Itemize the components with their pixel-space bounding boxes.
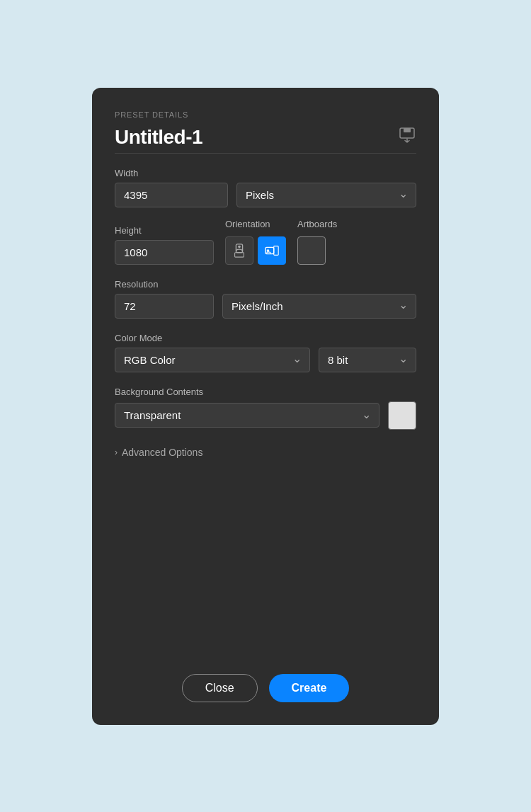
bg-contents-row: Background Contents Transparent White Ba… xyxy=(115,387,416,430)
artboards-col: Artboards xyxy=(297,219,337,265)
title-divider xyxy=(115,153,416,154)
color-mode-label: Color Mode xyxy=(115,333,416,343)
svg-rect-1 xyxy=(404,128,411,132)
save-preset-icon[interactable] xyxy=(398,127,416,147)
orientation-label: Orientation xyxy=(225,219,286,229)
color-mode-row: Color Mode RGB Color CMYK Color Grayscal… xyxy=(115,333,416,372)
resolution-input-wrap xyxy=(115,294,214,319)
advanced-chevron-icon: › xyxy=(115,447,118,457)
section-label: PRESET DETAILS xyxy=(115,110,416,119)
advanced-options-toggle[interactable]: › Advanced Options xyxy=(115,447,416,458)
bg-contents-inputs: Transparent White Background Color Custo… xyxy=(115,401,416,430)
svg-point-6 xyxy=(267,249,270,252)
create-button[interactable]: Create xyxy=(269,674,350,702)
bit-depth-wrapper: 8 bit 16 bit 32 bit xyxy=(319,348,416,372)
bg-contents-label: Background Contents xyxy=(115,387,416,397)
resolution-input[interactable] xyxy=(115,294,214,319)
width-row: Width Pixels Inches Centimeters Millimet… xyxy=(115,168,416,207)
height-col: Height xyxy=(115,225,214,265)
height-orientation-row: Height Orientation xyxy=(115,219,416,265)
resolution-inputs: Pixels/Inch Pixels/Centimeter xyxy=(115,294,416,319)
svg-rect-4 xyxy=(235,252,244,256)
color-mode-wrapper: RGB Color CMYK Color Grayscale Lab Color… xyxy=(115,348,310,372)
landscape-button[interactable] xyxy=(258,236,286,265)
width-input[interactable] xyxy=(115,183,228,207)
resolution-unit-wrapper: Pixels/Inch Pixels/Centimeter xyxy=(222,294,416,319)
bg-color-swatch[interactable] xyxy=(388,401,416,430)
width-input-wrap xyxy=(115,183,228,207)
spacer xyxy=(115,475,416,640)
artboards-label: Artboards xyxy=(297,219,337,229)
width-inputs: Pixels Inches Centimeters Millimeters Po… xyxy=(115,183,416,207)
bg-contents-wrapper: Transparent White Background Color Custo… xyxy=(115,403,379,428)
document-title: Untitled-1 xyxy=(115,126,202,149)
advanced-options-label: Advanced Options xyxy=(122,447,202,458)
svg-point-3 xyxy=(238,245,241,248)
width-label: Width xyxy=(115,168,416,178)
title-row: Untitled-1 xyxy=(115,126,416,149)
svg-rect-7 xyxy=(274,246,278,255)
portrait-button[interactable] xyxy=(225,236,253,265)
resolution-row: Resolution Pixels/Inch Pixels/Centimeter xyxy=(115,279,416,319)
units-select[interactable]: Pixels Inches Centimeters Millimeters Po… xyxy=(236,183,416,207)
dialog-footer: Close Create xyxy=(115,663,416,702)
orientation-col: Orientation xyxy=(225,219,286,265)
orientation-buttons xyxy=(225,236,286,265)
color-mode-inputs: RGB Color CMYK Color Grayscale Lab Color… xyxy=(115,348,416,372)
svg-rect-2 xyxy=(236,244,242,252)
close-button[interactable]: Close xyxy=(182,674,258,702)
units-select-wrapper: Pixels Inches Centimeters Millimeters Po… xyxy=(236,183,416,207)
new-document-dialog: PRESET DETAILS Untitled-1 Width Pixels I… xyxy=(92,88,439,725)
resolution-label: Resolution xyxy=(115,279,416,290)
height-input[interactable] xyxy=(115,240,214,265)
bit-depth-select[interactable]: 8 bit 16 bit 32 bit xyxy=(319,348,416,372)
height-label: Height xyxy=(115,225,214,236)
artboards-checkbox[interactable] xyxy=(297,236,326,265)
color-mode-select[interactable]: RGB Color CMYK Color Grayscale Lab Color… xyxy=(115,348,310,372)
bg-contents-select[interactable]: Transparent White Background Color Custo… xyxy=(115,403,379,428)
resolution-unit-select[interactable]: Pixels/Inch Pixels/Centimeter xyxy=(222,294,416,319)
